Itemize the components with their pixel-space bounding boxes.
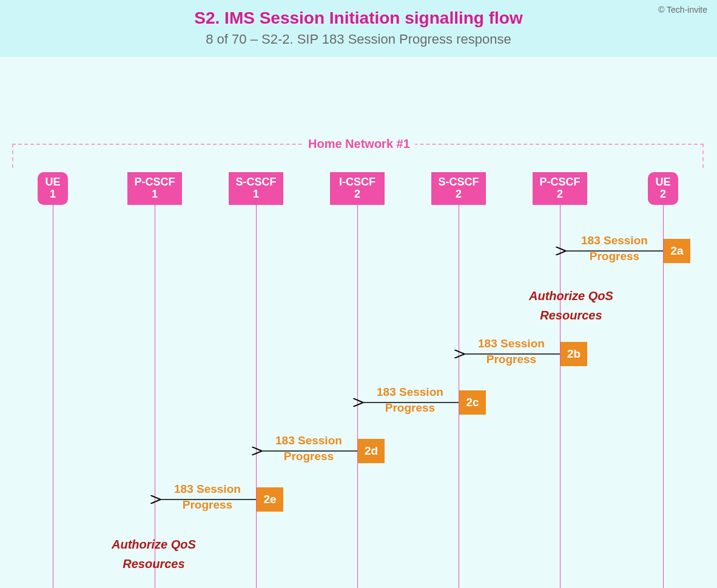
annotation-line: Authorize QoS [112, 538, 196, 551]
step-id: 2d [365, 444, 378, 458]
msg-line: Progress [385, 401, 435, 414]
node-s-cscf-1: S-CSCF 1 [229, 172, 283, 205]
annotation-qos-top: Authorize QoS Resources [529, 286, 613, 325]
node-label: S-CSCF [229, 176, 283, 189]
node-label: S-CSCF [431, 176, 486, 189]
annotation-line: Resources [540, 309, 602, 322]
diagram-title: S2. IMS Session Initiation signalling fl… [12, 8, 705, 28]
node-index: 1 [127, 189, 182, 201]
step-2b: 2b [560, 342, 587, 366]
node-index: 2 [330, 189, 385, 201]
diagram-header: © Tech-invite S2. IMS Session Initiation… [0, 0, 717, 57]
node-index: 1 [229, 189, 283, 201]
node-label: UE [38, 176, 68, 189]
step-2c: 2c [459, 390, 486, 415]
lifeline-ue-1 [53, 205, 53, 588]
msg-line: Progress [284, 450, 334, 463]
msg-line: 183 Session [377, 386, 443, 398]
msg-2c: 183 Session Progress [377, 384, 443, 415]
node-p-cscf-2: P-CSCF 2 [533, 172, 587, 205]
msg-2b: 183 Session Progress [478, 336, 545, 367]
step-2d: 2d [358, 439, 385, 463]
node-p-cscf-1: P-CSCF 1 [127, 172, 182, 205]
step-id: 2b [567, 347, 581, 361]
msg-line: Progress [590, 250, 639, 262]
step-id: 2e [263, 493, 276, 506]
node-index: 1 [38, 189, 68, 201]
lifeline-p-cscf-2 [560, 205, 560, 588]
node-label: I-CSCF [330, 176, 385, 189]
msg-line: Progress [486, 353, 536, 366]
copyright-text: © Tech-invite [658, 5, 707, 15]
node-label: UE [648, 176, 678, 189]
msg-2e: 183 Session Progress [174, 481, 241, 512]
msg-2d: 183 Session Progress [275, 433, 342, 464]
sequence-diagram: Home Network #1 UE 1 P-CSCF 1 S-CSCF 1 I… [0, 57, 717, 584]
msg-line: 183 Session [73, 586, 140, 588]
annotation-line: Authorize QoS [529, 289, 613, 302]
step-id: 2a [670, 244, 683, 258]
annotation-qos-bottom: Authorize QoS Resources [112, 535, 196, 573]
node-index: 2 [431, 189, 486, 201]
step-2e: 2e [257, 487, 283, 512]
node-s-cscf-2: S-CSCF 2 [431, 172, 486, 205]
node-index: 2 [533, 189, 587, 201]
msg-2a: 183 Session Progress [581, 233, 648, 264]
msg-line: 183 Session [478, 337, 545, 350]
node-index: 2 [648, 189, 678, 201]
annotation-line: Resources [123, 557, 184, 570]
step-2a: 2a [664, 239, 690, 263]
node-label: P-CSCF [127, 176, 182, 189]
msg-line: Progress [183, 498, 232, 511]
step-id: 2c [466, 396, 479, 409]
lifeline-i-cscf-2 [357, 205, 358, 588]
msg-2f: 183 Session Progress [73, 584, 140, 588]
msg-line: 183 Session [581, 234, 648, 247]
node-ue-1: UE 1 [38, 172, 68, 205]
node-label: P-CSCF [533, 176, 587, 189]
msg-line: 183 Session [275, 434, 342, 447]
node-i-cscf-2: I-CSCF 2 [330, 172, 385, 205]
msg-line: 183 Session [174, 483, 241, 495]
home-network-label: Home Network #1 [303, 137, 415, 151]
lifeline-p-cscf-1 [155, 205, 155, 588]
diagram-subtitle: 8 of 70 – S2-2. SIP 183 Session Progress… [12, 32, 705, 47]
lifeline-s-cscf-1 [256, 205, 257, 588]
node-ue-2: UE 2 [648, 172, 678, 205]
